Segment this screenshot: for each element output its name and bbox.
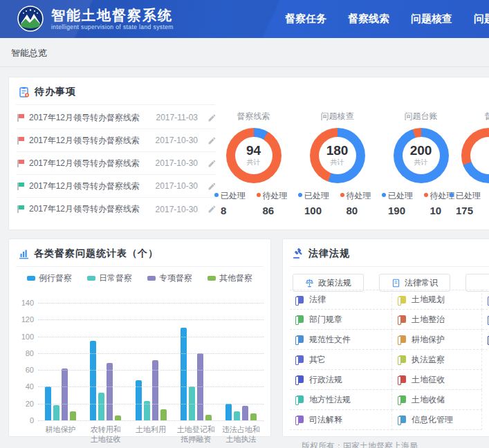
flag-icon — [17, 160, 24, 167]
law-link[interactable]: 土地收储 — [392, 390, 482, 410]
x-tick-label: 土地登记和 抵押融资 — [174, 424, 219, 444]
book-icon — [295, 296, 304, 304]
legend-value: 80 — [338, 205, 380, 216]
law-column-2: 土地规划土地整治耕地保护执法监察土地征收土地收储信息化管理 — [392, 290, 482, 430]
book-icon — [398, 296, 406, 304]
donut-center: 200共计 — [403, 137, 440, 174]
bar-其他督察[interactable] — [115, 416, 121, 420]
gridline — [38, 370, 264, 371]
bar-其他督察[interactable] — [205, 415, 212, 421]
todo-item[interactable]: 2017年12月领导转办督察线索2017-10-30 — [16, 129, 216, 152]
bar-专项督察[interactable] — [242, 406, 248, 420]
donut-center: 180共计 — [319, 137, 356, 174]
law-link-label: 行政法规 — [309, 374, 342, 386]
law-link-label: 信息化管理 — [412, 414, 453, 426]
bar-日常督察[interactable] — [234, 411, 240, 420]
law-link[interactable]: 信息化管理 — [392, 410, 482, 430]
todo-clipboard-icon — [19, 86, 30, 97]
todo-item-date: 2017-11-03 — [156, 113, 199, 122]
nav-item-1[interactable]: 督察任务 — [285, 12, 326, 26]
law-link[interactable] — [482, 330, 489, 350]
bar-日常督察[interactable] — [53, 405, 59, 420]
legend-item: 已处理 — [379, 190, 421, 202]
todo-item-date: 2017-10-30 — [156, 136, 198, 145]
y-tick-label: 20 — [15, 400, 34, 408]
law-link-label: 其它 — [309, 354, 326, 366]
x-tick-label: 违法占地和 土地执法 — [219, 424, 264, 444]
flag-icon — [17, 205, 24, 213]
bar-专项督察[interactable] — [152, 360, 158, 420]
bar-group — [219, 303, 264, 420]
bar-专项督察[interactable] — [62, 368, 68, 420]
nav-item-2[interactable]: 督察线索 — [348, 12, 389, 26]
law-link[interactable]: 地方性法规 — [290, 390, 392, 410]
y-tick-label: 140 — [15, 299, 34, 307]
law-link-label: 土地规划 — [412, 294, 445, 306]
nav-item-4[interactable]: 问题台账 — [474, 12, 489, 26]
bar-例行督察[interactable] — [181, 328, 187, 420]
law-link[interactable]: 法律 — [290, 290, 392, 310]
bar-panel-header: 各类督察问题统计表（个） — [9, 239, 270, 266]
law-link-label: 法律 — [309, 294, 326, 306]
law-link[interactable]: 土地整治 — [392, 310, 482, 330]
law-link[interactable]: 行政法规 — [290, 370, 392, 390]
divider — [16, 266, 264, 267]
law-link[interactable]: 耕地保护 — [392, 330, 482, 350]
todo-item-date: 2017-10-30 — [156, 158, 198, 168]
donut-ring: 94共计 — [226, 128, 282, 183]
donut-title: 问题核查 — [295, 111, 379, 122]
legend-item[interactable]: 专项督察 — [147, 272, 192, 284]
gridline — [38, 353, 264, 354]
bar-chart-legend: 例行督察日常督察专项督察其他督察 — [9, 272, 270, 284]
legend-value: 86 — [254, 205, 296, 216]
bar-其他督察[interactable] — [160, 409, 167, 420]
donut-legend: 已处理待处理 — [295, 190, 379, 202]
breadcrumb: 智能总览 — [11, 47, 47, 59]
law-link[interactable]: 部门规章 — [290, 310, 392, 330]
donut-total-label: 共计 — [247, 158, 261, 167]
bar-其他督察[interactable] — [70, 411, 76, 420]
law-link[interactable] — [482, 310, 489, 330]
scale-icon — [305, 279, 314, 288]
legend-dot-icon — [298, 193, 302, 197]
donut-title: 督察线索 — [212, 111, 295, 122]
legend-item: 待处理 — [254, 190, 296, 202]
donut-values: 10080 — [295, 205, 379, 216]
bar-其他督察[interactable] — [250, 413, 257, 420]
law-link[interactable]: 土地征收 — [392, 370, 482, 390]
donut-legend: 已处理待处理 — [212, 190, 295, 202]
todo-item[interactable]: 2017年12月领导转办督察线索2017-11-03 — [16, 106, 216, 129]
book-icon — [398, 315, 406, 324]
legend-swatch-icon — [147, 276, 156, 281]
legend-item[interactable]: 其他督察 — [207, 272, 252, 284]
donut-total-value: 180 — [326, 144, 349, 158]
bar-例行督察[interactable] — [225, 404, 232, 420]
law-link[interactable] — [482, 290, 489, 310]
y-tick-label: 0 — [15, 416, 34, 424]
law-link[interactable]: 执法监察 — [392, 350, 482, 370]
law-link[interactable]: 土地规划 — [392, 290, 482, 310]
law-link[interactable]: 规范性文件 — [290, 330, 392, 350]
legend-item[interactable]: 例行督察 — [27, 272, 72, 284]
law-link[interactable]: 其它 — [290, 350, 392, 370]
law-link-label: 司法解释 — [309, 414, 342, 426]
todo-item[interactable]: 2017年12月领导转办督察线索2017-10-30 — [16, 198, 216, 221]
main-nav: 督察任务督察线索问题核查问题台账 — [285, 0, 489, 38]
bar-专项督察[interactable] — [107, 363, 113, 420]
legend-value: 8 — [212, 205, 254, 216]
donut-legend: 已处理 — [447, 190, 489, 202]
bar-日常督察[interactable] — [98, 393, 104, 420]
legend-item[interactable]: 日常督察 — [87, 272, 132, 284]
nav-item-3[interactable]: 问题核查 — [411, 12, 452, 26]
book-icon — [398, 395, 406, 404]
todo-item-title: 2017年12月领导转办督察线索 — [29, 135, 156, 147]
todo-item-date: 2017-10-30 — [156, 181, 198, 191]
law-column-1: 法律部门规章规范性文件其它行政法规地方性法规司法解释 — [290, 290, 392, 430]
bar-group — [174, 303, 219, 420]
todo-item[interactable]: 2017年12月领导转办督察线索2017-10-30 — [16, 175, 216, 198]
book-icon — [398, 335, 406, 344]
legend-dot-icon — [214, 193, 219, 197]
legend-value: 100 — [295, 205, 338, 216]
law-link[interactable]: 司法解释 — [290, 410, 392, 430]
todo-item[interactable]: 2017年12月领导转办督察线索2017-10-30 — [16, 152, 216, 175]
